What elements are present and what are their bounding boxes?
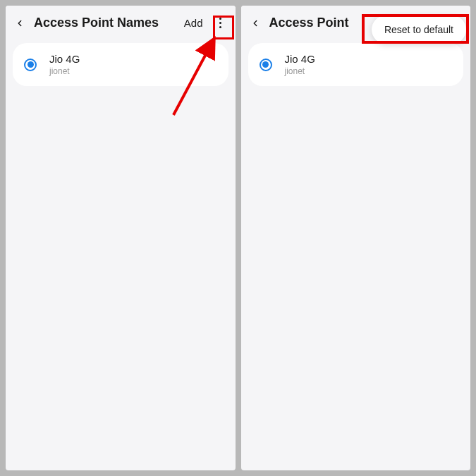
apn-name: Jio 4G [49, 53, 80, 65]
phone-screen-left: Access Point Names Add Jio 4G jionet [6, 6, 236, 470]
apn-subtitle: jionet [49, 66, 80, 76]
apn-text-block: Jio 4G jionet [285, 53, 315, 76]
back-arrow-icon[interactable] [250, 18, 261, 29]
apn-name: Jio 4G [285, 53, 315, 65]
header: Access Point Names Add [6, 6, 236, 43]
reset-to-default-menu-item[interactable]: Reset to default [384, 24, 453, 35]
apn-list-item[interactable]: Jio 4G jionet [13, 43, 228, 86]
back-arrow-icon[interactable] [14, 18, 25, 29]
more-options-icon[interactable] [214, 18, 227, 28]
radio-selected-dot [262, 61, 269, 68]
radio-button-icon[interactable] [24, 59, 37, 71]
radio-button-icon[interactable] [260, 59, 272, 71]
phone-screen-right: Access Point Jio 4G jionet Reset to defa… [241, 6, 471, 470]
overflow-menu: Reset to default [372, 16, 466, 44]
apn-list-item[interactable]: Jio 4G jionet [248, 43, 464, 86]
page-title: Access Point Names [34, 16, 173, 30]
add-button[interactable]: Add [181, 17, 206, 29]
apn-subtitle: jionet [285, 66, 315, 76]
radio-selected-dot [28, 61, 34, 68]
apn-text-block: Jio 4G jionet [49, 53, 80, 76]
